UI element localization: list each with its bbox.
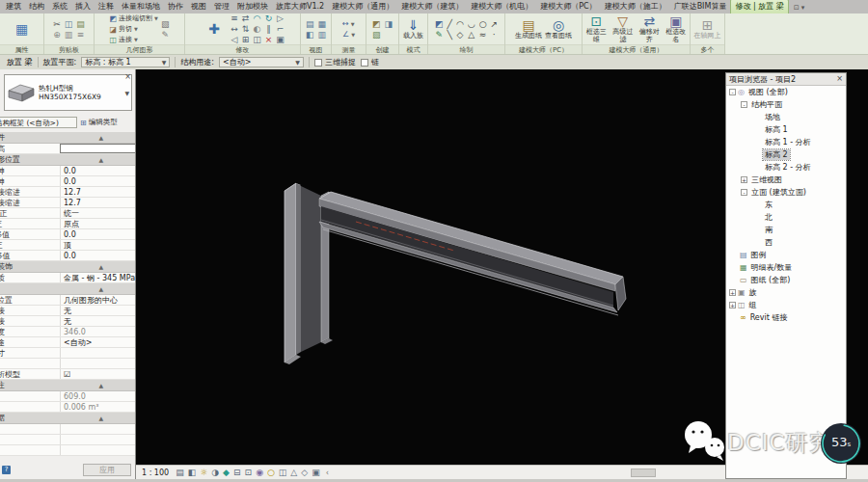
contextual-tab-modify-place-beam[interactable]: 修改 | 放置 梁 xyxy=(730,0,788,13)
move-h-icon[interactable]: ↔ xyxy=(231,24,238,34)
cope-button[interactable]: ◩连接端切割▼ xyxy=(110,13,158,23)
array-icon[interactable]: ▷ xyxy=(276,13,285,23)
apply-button[interactable]: 应用 xyxy=(83,464,131,476)
extend-icon[interactable]: ◁ xyxy=(231,35,238,44)
column-left-flange[interactable] xyxy=(285,183,296,362)
shadows-icon[interactable]: ◑ xyxy=(211,469,219,477)
close-hidden-icon[interactable]: ◧ xyxy=(306,30,314,40)
freeform-icon[interactable]: ≈ xyxy=(479,30,487,40)
create-assembly-icon[interactable]: ▧ xyxy=(372,30,381,40)
tree-item-图例[interactable]: ▤图例 xyxy=(726,249,846,261)
collapse-icon[interactable]: - xyxy=(741,101,747,108)
thin-lines-icon[interactable]: ▤ xyxy=(306,19,314,29)
pick-lines-icon[interactable]: ◩ xyxy=(435,19,444,29)
ribbon-tab-9[interactable]: 附加模块 xyxy=(233,0,272,13)
ribbon-tab-11[interactable]: 建模大师（通用） xyxy=(328,0,397,13)
property-value[interactable]: 0.0 xyxy=(60,176,136,186)
polygon-icon[interactable]: ◇ xyxy=(456,30,464,40)
collapse-icon[interactable]: ‹ xyxy=(326,469,329,477)
move-v-icon[interactable]: ⇅ xyxy=(242,24,250,34)
tree-item-标高 1 - 分析[interactable]: 标高 1 - 分析 xyxy=(726,136,846,148)
cut-geometry-button[interactable]: ◪剪切▼ xyxy=(110,24,158,34)
box-rename-button[interactable]: ▣框选改名 xyxy=(665,14,689,43)
tree-item-标高 1[interactable]: 标高 1 xyxy=(726,123,846,136)
tree-item-视图 (全部)[interactable]: -◎视图 (全部) xyxy=(726,86,846,98)
join-button[interactable]: ◫连接▼ xyxy=(110,35,158,44)
show-rendering-icon[interactable]: ◆ xyxy=(223,469,230,477)
property-value[interactable]: 原点 xyxy=(60,219,136,228)
property-value[interactable]: 无 xyxy=(60,316,136,326)
group-icon[interactable]: ▣ xyxy=(276,35,285,44)
switch-window-icon[interactable]: ▥ xyxy=(318,30,327,40)
collapse-icon[interactable]: - xyxy=(729,89,736,95)
property-value[interactable]: 346.0 xyxy=(60,327,136,336)
unpin-icon[interactable]: ◫ xyxy=(253,35,261,44)
sketch-icon[interactable]: ✎ xyxy=(435,30,444,40)
line-icon[interactable]: ╱ xyxy=(447,19,451,29)
structural-usage-select[interactable]: <自动> ▼ xyxy=(219,57,304,67)
cut-icon[interactable]: ✂ xyxy=(53,19,61,29)
edit-type-button[interactable]: ⊞ 编辑类型 xyxy=(80,117,133,128)
property-value[interactable]: ☑ xyxy=(60,369,136,379)
load-family-button[interactable]: ⇓载入族 xyxy=(401,18,425,40)
property-value[interactable]: 0.0 xyxy=(60,251,136,260)
ribbon-tab-5[interactable]: 体量和场地 xyxy=(118,0,164,13)
measure-button[interactable]: ↔▼ xyxy=(342,19,355,29)
property-value[interactable]: 609.0 xyxy=(60,391,136,401)
property-section-header[interactable]: 几何图形位置▲ xyxy=(0,154,136,166)
reveal-hidden-elements-icon[interactable]: ○ xyxy=(267,469,275,477)
detail-level-icon[interactable]: ▤ xyxy=(176,469,184,477)
tree-item-三维视图[interactable]: +三维视图 xyxy=(726,174,846,186)
property-section-header[interactable]: 结构▲ xyxy=(0,283,136,295)
ribbon-tab-7[interactable]: 视图 xyxy=(187,0,210,13)
point-icon[interactable]: · xyxy=(490,30,498,40)
property-value[interactable] xyxy=(60,445,136,455)
copy-icon[interactable]: ◫ xyxy=(65,19,73,29)
ribbon-tab-3[interactable]: 插入 xyxy=(71,0,95,13)
property-value[interactable]: 金属 - 钢 - 345 MPa xyxy=(60,273,136,282)
property-value[interactable] xyxy=(60,435,136,444)
clipboard-icon[interactable]: ▥ xyxy=(65,30,73,40)
placement-plane-select[interactable]: 标高 : 标高 1 ▼ xyxy=(81,57,170,67)
ribbon-tab-1[interactable]: 结构 xyxy=(25,0,48,13)
mirror-icon[interactable]: ◠ xyxy=(253,13,261,23)
view-scale-button[interactable]: 1 : 100 xyxy=(142,469,169,477)
trim-icon[interactable]: ⌐ xyxy=(276,24,285,34)
property-value[interactable] xyxy=(60,424,136,434)
properties-help-icon[interactable]: ? xyxy=(2,466,11,474)
tree-item-立面 (建筑立面)[interactable]: -立面 (建筑立面) xyxy=(726,186,846,199)
ribbon-tab-6[interactable]: 协作 xyxy=(164,0,187,13)
property-value[interactable] xyxy=(60,144,136,153)
view-sheet-button[interactable]: ◎查看图纸 xyxy=(545,18,572,40)
line2-icon[interactable]: ╲ xyxy=(447,30,451,40)
ribbon-tab-2[interactable]: 系统 xyxy=(48,0,71,13)
tree-item-东[interactable]: 东 xyxy=(726,199,846,211)
show-constraints-icon[interactable]: ▣ xyxy=(312,469,320,477)
split-icon[interactable]: ∥ xyxy=(265,24,273,34)
property-value[interactable] xyxy=(60,359,136,368)
circle-icon[interactable]: ○ xyxy=(479,19,487,29)
property-section-header[interactable]: 标识数据▲ xyxy=(0,413,136,424)
category-filter-select[interactable]: 结构框架 (<自动>) xyxy=(0,117,77,128)
ribbon-tab-16[interactable]: 广联达BIM算量 xyxy=(670,0,731,13)
property-value[interactable]: 12.7 xyxy=(60,198,136,207)
beam-web[interactable] xyxy=(321,206,613,308)
ribbon-display-toggle[interactable]: ⊡ ▾ xyxy=(789,4,810,13)
temporary-view-properties-icon[interactable]: ◫ xyxy=(279,469,287,477)
type-selector[interactable]: 热轧H型钢 HN350X175X6X9 ▼ xyxy=(4,74,132,111)
visual-style-icon[interactable]: ◧ xyxy=(188,469,197,477)
displacement-sets-icon[interactable]: ◇ xyxy=(301,469,308,477)
ribbon-tab-15[interactable]: 建模大师（施工） xyxy=(601,0,670,13)
tree-item-西[interactable]: 西 xyxy=(726,236,846,249)
column-web[interactable] xyxy=(301,186,321,352)
match-icon[interactable]: ⊕ xyxy=(53,30,61,40)
tree-item-结构平面[interactable]: -结构平面 xyxy=(726,98,846,111)
property-section-header[interactable]: 尺寸标注▲ xyxy=(0,380,136,391)
expand-icon[interactable]: + xyxy=(729,302,736,308)
show-crop-region-icon[interactable]: ⊡ xyxy=(245,469,253,477)
property-value[interactable] xyxy=(60,348,136,358)
tree-item-北[interactable]: 北 xyxy=(726,211,846,224)
delete-icon[interactable]: × xyxy=(265,35,273,44)
align-icon[interactable]: ≡ xyxy=(231,13,238,23)
arc2-icon[interactable]: ◡ xyxy=(468,19,475,29)
